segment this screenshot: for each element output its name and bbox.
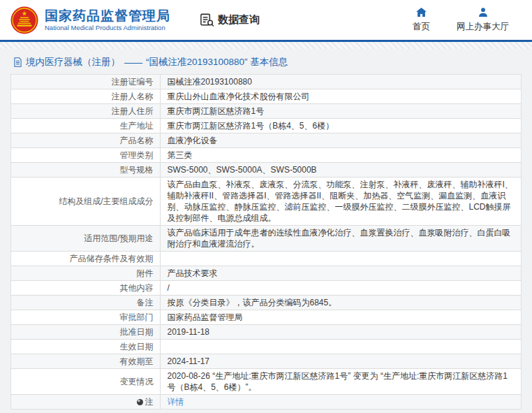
breadcrumb-detail: “国械注准20193100880” 基本信息 [146,56,288,68]
field-label: 附件 [11,266,160,281]
field-value: / [160,281,521,296]
breadcrumb: 境内医疗器械（注册） —— “国械注准20193100880” 基本信息 [10,49,522,74]
field-value: 重庆山外山血液净化技术股份有限公司 [160,89,521,104]
table-row: 附件产品技术要求 [11,266,521,281]
field-label: 注 [11,395,160,410]
document-search-icon [200,13,214,27]
main-content: 境内医疗器械（注册） —— “国械注准20193100880” 基本信息 注册证… [0,49,532,413]
table-row: 适用范围/预期用途该产品临床适用于成年患者的连续性血液净化治疗、血浆置换治疗、血… [11,226,521,252]
nav-item-service-hall[interactable]: 网上办事大厅 [457,7,509,33]
field-label: 结构及组成/主要组成成分 [11,177,160,226]
field-label: 有效期至 [11,354,160,369]
agency-name-en: National Medical Products Administration [45,24,170,32]
field-label: 产品名称 [11,133,160,148]
field-label: 型号规格 [11,163,160,177]
field-label: 注册人名称 [11,89,160,104]
field-label: 变更情况 [11,369,160,395]
breadcrumb-section: 境内医疗器械（注册） [26,56,120,68]
home-icon [416,7,427,20]
detail-link[interactable]: 详情 [168,397,184,407]
table-row: 变更情况2020-08-26 “生产地址:重庆市两江新区慈济路1号” 变更为 “… [11,369,521,395]
data-query-label: 数据查询 [218,13,260,27]
footer-gap [10,410,522,413]
field-value: SWS-5000、SWS-5000A、SWS-5000B [160,163,521,177]
table-row: 批准日期2019-11-18 [11,325,521,340]
table-row: 注册证编号国械注准20193100880 [11,75,521,89]
info-table-body: 注册证编号国械注准20193100880注册人名称重庆山外山血液净化技术股份有限… [11,75,521,409]
nav-item-home[interactable]: 首页 [413,7,430,33]
table-row: 审批部门国家药品监督管理局 [11,310,521,325]
table-row: 型号规格SWS-5000、SWS-5000A、SWS-5000B [11,163,521,177]
field-label: 产品储存条件及有效期 [11,252,160,266]
field-value: 血液净化设备 [160,133,521,148]
field-label: 注册证编号 [11,75,160,89]
user-icon [478,7,488,20]
field-value: 第三类 [160,148,521,163]
field-label: 注册人住所 [11,104,160,119]
table-row: 注册人住所重庆市两江新区慈济路1号 [11,104,521,119]
field-value: 产品技术要求 [160,266,521,281]
field-label: 审批部门 [11,310,160,325]
field-value: 2020-08-26 “生产地址:重庆市两江新区慈济路1号” 变更为 “生产地址… [160,369,521,395]
table-row: 有效期至2024-11-17 [11,354,521,369]
data-query-tab[interactable]: 数据查询 [200,13,260,27]
registration-info-table: 注册证编号国械注准20193100880注册人名称重庆山外山血液净化技术股份有限… [11,75,521,409]
table-row: 产品名称血液净化设备 [11,133,521,148]
field-value: 该产品由血泵、补液泵、废液泵、分流泵、功能泵、注射泵、补液秤、废液秤、辅助补液秤… [160,177,521,226]
table-row: 备注按原《分类目录》，该产品分类编码为6845。 [11,296,521,310]
table-row: 产品储存条件及有效期 [11,252,521,266]
table-row: 管理类别第三类 [11,148,521,163]
table-row: 生效日期 [11,340,521,354]
agency-title-block: 国家药品监督管理局 National Medical Products Admi… [45,8,170,32]
field-value: 国械注准20193100880 [160,75,521,89]
field-value: 重庆市两江新区慈济路1号（B栋4、5、6楼） [160,119,521,133]
nav-label-home: 首页 [413,21,430,33]
nmpa-emblem-logo[interactable] [10,6,38,34]
pin-circle-icon [137,399,143,405]
top-nav: 首页 网上办事大厅 [413,7,522,33]
table-row: 生产地址重庆市两江新区慈济路1号（B栋4、5、6楼） [11,119,521,133]
field-label: 备注 [11,296,160,310]
table-row: 注详情 [11,395,521,410]
nav-label-service-hall: 网上办事大厅 [457,21,509,33]
field-label: 生效日期 [11,340,160,354]
table-row: 注册人名称重庆山外山血液净化技术股份有限公司 [11,89,521,104]
field-value: 详情 [160,395,521,410]
field-value: 国家药品监督管理局 [160,310,521,325]
site-header: 国家药品监督管理局 National Medical Products Admi… [0,0,532,40]
table-row: 结构及组成/主要组成成分该产品由血泵、补液泵、废液泵、分流泵、功能泵、注射泵、补… [11,177,521,226]
field-value [160,252,521,266]
agency-name-cn: 国家药品监督管理局 [45,8,170,24]
striped-band [0,42,532,49]
field-value: 该产品临床适用于成年患者的连续性血液净化治疗、血浆置换治疗、血浆吸附治疗、白蛋白… [160,226,521,252]
field-label: 其他内容 [11,281,160,296]
field-label: 适用范围/预期用途 [11,226,160,252]
document-icon [14,57,22,67]
field-value [160,340,521,354]
field-value: 重庆市两江新区慈济路1号 [160,104,521,119]
breadcrumb-separator: —— [124,57,142,68]
field-value: 按原《分类目录》，该产品分类编码为6845。 [160,296,521,310]
field-label: 生产地址 [11,119,160,133]
field-label: 管理类别 [11,148,160,163]
field-label: 批准日期 [11,325,160,340]
registration-info-table-box: 注册证编号国械注准20193100880注册人名称重庆山外山血液净化技术股份有限… [10,74,522,410]
field-value: 2024-11-17 [160,354,521,369]
table-row: 其他内容/ [11,281,521,296]
field-value: 2019-11-18 [160,325,521,340]
